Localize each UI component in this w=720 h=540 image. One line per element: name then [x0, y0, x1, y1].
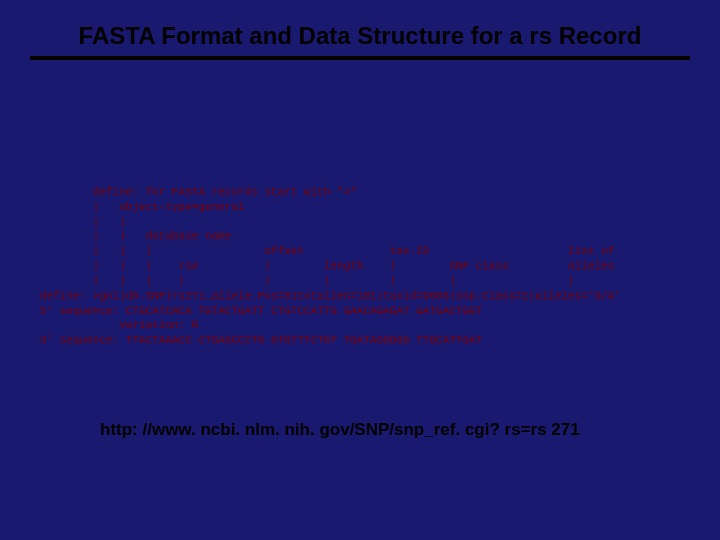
- code-line: define: for FASTA records start with ">": [40, 186, 357, 198]
- code-line: | | | offset tax.ID list of: [40, 245, 614, 257]
- code-line: | | database name: [40, 230, 231, 242]
- code-line: variation: R: [40, 319, 198, 331]
- code-block: define: for FASTA records start with ">"…: [40, 170, 680, 348]
- title-rule: [30, 56, 690, 60]
- code-line: define: >gnl|db.SNP|rs271_allele.Pos=51t…: [40, 290, 621, 302]
- code-line: 3' sequence: TTACTAAACC CTGAGCCCTG GTGTT…: [40, 334, 482, 346]
- code-line: | | | | | | | | |: [40, 275, 575, 287]
- slide: FASTA Format and Data Structure for a rs…: [0, 0, 720, 540]
- reference-url: http: //www. ncbi. nlm. nih. gov/SNP/snp…: [100, 420, 580, 440]
- code-line: | object-type=general: [40, 201, 245, 213]
- code-line: | | | rs# | length | SNP class alleles: [40, 260, 614, 272]
- code-line: 5' sequence: CTGCATCACA TGTACTGATT CTGTC…: [40, 305, 482, 317]
- page-title: FASTA Format and Data Structure for a rs…: [0, 0, 720, 56]
- code-line: | |: [40, 216, 126, 228]
